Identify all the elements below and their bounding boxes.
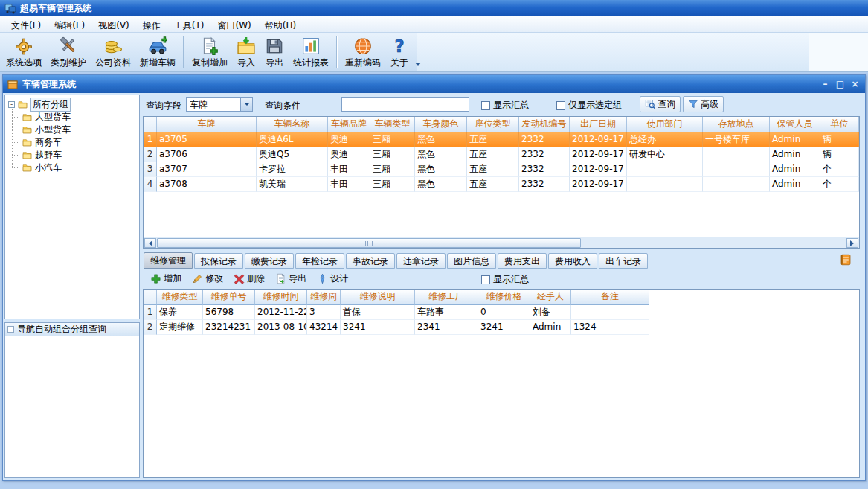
repair-cell: 车路事 bbox=[415, 305, 478, 320]
repair-cell: 3 bbox=[307, 305, 341, 320]
menu-item-6[interactable]: 窗口(W) bbox=[211, 16, 258, 32]
tree-item-1[interactable]: 大型货车 bbox=[12, 111, 138, 124]
tab-8[interactable]: 费用支出 bbox=[498, 253, 547, 269]
toolbar-overflow-chevron-icon[interactable] bbox=[414, 60, 422, 69]
record-show-summary-checkbox[interactable]: 显示汇总 bbox=[481, 273, 529, 286]
repair-column-header[interactable]: 维修说明 bbox=[341, 290, 415, 305]
repair-row-2[interactable]: 2定期维修232142312013-08-1043214324123413241… bbox=[144, 320, 859, 335]
combo-dropdown-icon[interactable] bbox=[240, 98, 252, 111]
toolbar-button-import[interactable]: 导入 bbox=[232, 34, 260, 70]
repair-column-header[interactable]: 维修价格 bbox=[478, 290, 530, 305]
vehicle-row-1[interactable]: 1a3705奥迪A6L奥迪三厢黑色五座23322012-09-17总经办一号楼车… bbox=[144, 132, 859, 147]
vehicle-cell: 黑色 bbox=[415, 162, 467, 177]
delete-record-button[interactable]: 删除 bbox=[228, 271, 270, 287]
vehicle-column-header[interactable]: 车辆名称 bbox=[257, 117, 328, 132]
vehicle-column-header[interactable]: 出厂日期 bbox=[570, 117, 627, 132]
tab-3[interactable]: 缴费记录 bbox=[245, 253, 294, 269]
design-button[interactable]: 设计 bbox=[312, 271, 353, 287]
tab-2[interactable]: 投保记录 bbox=[194, 253, 243, 269]
folder-icon bbox=[22, 112, 33, 122]
vehicle-cell: a3706 bbox=[157, 147, 257, 162]
repair-column-header[interactable]: 备注 bbox=[571, 290, 649, 305]
company-icon bbox=[103, 36, 123, 56]
repair-column-header[interactable]: 经手人 bbox=[530, 290, 571, 305]
repair-cell: 刘备 bbox=[530, 305, 571, 320]
toolbar-button-export[interactable]: 导出 bbox=[260, 34, 289, 70]
vehicle-column-header[interactable]: 座位类型 bbox=[467, 117, 519, 132]
tree-root-item[interactable]: 所有分组 bbox=[7, 98, 138, 111]
vehicle-column-header[interactable]: 发动机编号 bbox=[519, 117, 570, 132]
repair-column-header[interactable]: 维修工厂 bbox=[415, 290, 478, 305]
vehicle-column-header[interactable]: 保管人员 bbox=[770, 117, 820, 132]
query-field-combo[interactable]: 车牌 bbox=[186, 97, 253, 112]
show-summary-label: 显示汇总 bbox=[493, 99, 529, 112]
scrollbar-thumb[interactable] bbox=[157, 238, 581, 248]
vehicle-column-header[interactable]: 车辆类型 bbox=[370, 117, 415, 132]
toolbar-button-options[interactable]: 系统选项 bbox=[1, 34, 46, 70]
vehicle-column-header[interactable]: 车辆品牌 bbox=[328, 117, 370, 132]
tree-connector bbox=[12, 117, 19, 118]
vehicle-column-header[interactable]: 存放地点 bbox=[703, 117, 770, 132]
advanced-button[interactable]: 高级 bbox=[683, 96, 724, 112]
tree-expander-icon[interactable] bbox=[8, 101, 15, 108]
tree-item-5[interactable]: 小汽车 bbox=[12, 162, 138, 174]
vehicle-column-header[interactable]: 车牌 bbox=[157, 117, 257, 132]
vehicle-column-header[interactable]: 车身颜色 bbox=[415, 117, 467, 132]
tab-5[interactable]: 事故记录 bbox=[346, 253, 395, 269]
tab-7[interactable]: 图片信息 bbox=[447, 253, 496, 269]
scroll-right-icon[interactable] bbox=[846, 238, 858, 248]
query-field-value: 车牌 bbox=[190, 99, 239, 112]
menu-item-3[interactable]: 视图(V) bbox=[91, 16, 136, 32]
repair-column-header[interactable]: 维修类型 bbox=[157, 290, 203, 305]
tab-1[interactable]: 维修管理 bbox=[144, 252, 193, 269]
toolbar-button-label: 统计报表 bbox=[293, 57, 329, 69]
scroll-left-icon[interactable] bbox=[144, 238, 156, 248]
maximize-button[interactable] bbox=[834, 79, 846, 90]
export-record-button[interactable]: 导出 bbox=[270, 271, 312, 287]
menu-item-1[interactable]: 文件(F) bbox=[4, 16, 48, 32]
toolbar-button-copy-add[interactable]: 复制增加 bbox=[187, 34, 232, 70]
vehicle-row-2[interactable]: 2a3706奥迪Q5奥迪三厢黑色五座23322012-09-17研发中心Admi… bbox=[144, 147, 859, 162]
add-record-button[interactable]: 增加 bbox=[145, 271, 187, 287]
menu-item-7[interactable]: 帮助(H) bbox=[258, 16, 303, 32]
tree-item-3[interactable]: 商务车 bbox=[12, 136, 138, 149]
menu-item-2[interactable]: 编辑(E) bbox=[48, 16, 91, 32]
menu-item-5[interactable]: 工具(T) bbox=[167, 16, 211, 32]
minimize-button[interactable] bbox=[819, 79, 832, 90]
search-button[interactable]: 查询 bbox=[640, 96, 681, 112]
horizontal-scrollbar[interactable] bbox=[144, 237, 859, 248]
tab-6[interactable]: 违章记录 bbox=[396, 253, 446, 269]
query-condition-input[interactable] bbox=[341, 97, 469, 112]
tree-item-2[interactable]: 小型货车 bbox=[12, 124, 138, 136]
repair-column-header[interactable]: 维修周 bbox=[307, 290, 341, 305]
tab-4[interactable]: 年检记录 bbox=[295, 253, 344, 269]
menu-item-4[interactable]: 操作 bbox=[136, 16, 167, 32]
show-summary-checkbox[interactable]: 显示汇总 bbox=[481, 99, 529, 112]
tree-item-4[interactable]: 越野车 bbox=[12, 149, 138, 162]
only-selected-group-checkbox[interactable]: 仅显示选定组 bbox=[556, 99, 622, 112]
toolbar-button-about[interactable]: ?关于 bbox=[385, 34, 414, 70]
tab-9[interactable]: 费用收入 bbox=[548, 253, 597, 269]
toolbar-button-company[interactable]: 公司资料 bbox=[91, 34, 135, 70]
nav-panel-header[interactable]: 导航自动组合分组查询 bbox=[5, 323, 139, 336]
query-bar: 查询字段 车牌 查询条件 显示汇总 仅显示选定 bbox=[143, 95, 863, 115]
edit-record-button[interactable]: 修改 bbox=[187, 271, 228, 287]
vehicle-row-3[interactable]: 3a3707卡罗拉丰田三厢黑色五座23322012-09-17Admin个 bbox=[144, 162, 859, 177]
toolbar-button-label: 导入 bbox=[237, 57, 255, 69]
repair-row-1[interactable]: 1保养567982012-11-223首保车路事0刘备 bbox=[144, 305, 859, 320]
toolbar-button-recode[interactable]: 重新编码 bbox=[341, 34, 385, 70]
vehicle-row-4[interactable]: 4a3708凯美瑞丰田三厢黑色五座23322012-09-17Admin个 bbox=[144, 177, 859, 192]
vehicle-cell: 丰田 bbox=[328, 162, 370, 177]
toolbar-button-report[interactable]: 统计报表 bbox=[289, 34, 333, 70]
tab-10[interactable]: 出车记录 bbox=[599, 253, 648, 269]
vehicle-column-header[interactable]: 单位 bbox=[820, 117, 859, 132]
notes-icon[interactable] bbox=[839, 253, 852, 266]
repair-column-header[interactable]: 维修时间 bbox=[255, 290, 307, 305]
toolbar-button-maintain[interactable]: 类别维护 bbox=[46, 34, 91, 70]
repair-column-header[interactable]: 维修单号 bbox=[203, 290, 255, 305]
repair-cell: 23214231 bbox=[203, 320, 255, 335]
close-button[interactable] bbox=[849, 79, 861, 90]
record-toolbar: 增加 修改 删除 导出 bbox=[143, 270, 863, 287]
vehicle-column-header[interactable]: 使用部门 bbox=[627, 117, 703, 132]
toolbar-button-add-vehicle[interactable]: 新增车辆 bbox=[135, 34, 180, 70]
